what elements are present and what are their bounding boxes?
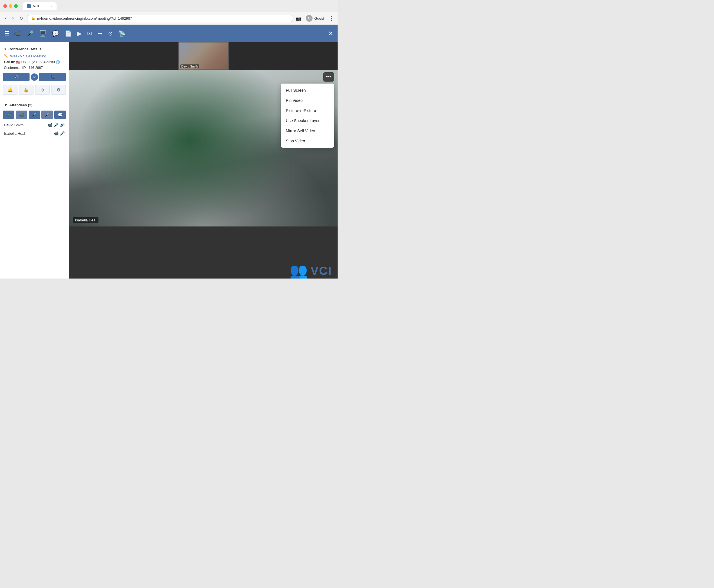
- app-nav: ☰ 📹 🎤 🖥️ 💬 📄 ▶ ✉ ➡ ⊙ 📡 ✕: [0, 25, 338, 42]
- browser-more-button[interactable]: ⋮: [329, 15, 334, 22]
- nav-play-icon[interactable]: ▶: [77, 30, 82, 37]
- audio-join-button[interactable]: 🔊: [3, 73, 29, 81]
- conf-id-value: 146-2987: [28, 66, 43, 70]
- tab-label: VCI: [33, 4, 39, 8]
- isabella-video-icon: 📹: [54, 131, 59, 135]
- meeting-name-text: Weekly Sales Meeting: [10, 54, 46, 58]
- browser-titlebar: VCI × +: [0, 0, 338, 12]
- conf-id-label: Conference ID :: [4, 66, 27, 70]
- attendee-name-isabella: Isabella Heal: [4, 131, 52, 135]
- meeting-name[interactable]: ✏️ Weekly Sales Meeting: [0, 53, 69, 59]
- edit-icon: ✏️: [4, 54, 8, 58]
- david-mic-icon: 🎤: [54, 123, 59, 127]
- bottom-video-area: 👥 VCI: [69, 227, 338, 278]
- guest-label: Guest: [314, 16, 324, 21]
- hamburger-menu[interactable]: ☰: [4, 30, 9, 37]
- nav-record-icon[interactable]: ⊙: [108, 30, 113, 37]
- attendee-name-david: David Smith: [4, 123, 46, 127]
- isabella-mic-icon: 🎤: [60, 131, 65, 135]
- call-in-flag: 🇺🇸: [16, 60, 21, 64]
- back-button[interactable]: ‹: [3, 15, 8, 22]
- nav-actions: 📷 G Guest ⋮: [296, 14, 334, 23]
- media-controls-row: 📹 📹 🎤 🎤 💬: [0, 109, 69, 121]
- vci-logo-area: 👥 VCI: [290, 262, 332, 278]
- globe-icon: 🌐: [56, 60, 60, 64]
- no-button[interactable]: ⊘: [35, 85, 50, 95]
- all-chat-button[interactable]: 💬: [54, 110, 66, 119]
- context-menu-item-pin[interactable]: Pin Video: [281, 96, 334, 105]
- context-menu-item-stop[interactable]: Stop Video: [281, 136, 334, 146]
- nav-enter-icon[interactable]: ➡: [98, 30, 102, 37]
- refresh-button[interactable]: ↻: [18, 15, 25, 22]
- attendees-label: Attendees (2): [9, 103, 33, 107]
- phone-join-button[interactable]: 📞: [39, 73, 66, 81]
- nav-doc-icon[interactable]: 📄: [65, 30, 72, 37]
- close-dot[interactable]: [3, 4, 7, 8]
- settings-button[interactable]: ⚙: [51, 85, 66, 95]
- david-audio-icon: 🔊: [60, 123, 65, 127]
- all-mic-button[interactable]: 🎤: [29, 110, 40, 119]
- browser-dots: [3, 4, 18, 8]
- tab-favicon: [27, 4, 31, 8]
- app-container: ☰ 📹 🎤 🖥️ 💬 📄 ▶ ✉ ➡ ⊙ 📡 ✕ ▼ Conference De…: [0, 25, 338, 278]
- main-video-label: Isabella Heal: [73, 217, 99, 223]
- camera-icon: 📷: [296, 16, 301, 21]
- close-button[interactable]: ✕: [328, 30, 333, 37]
- conference-details-header[interactable]: ▼ Conference Details: [0, 45, 69, 53]
- bell-button[interactable]: 🔔: [3, 85, 17, 95]
- call-in-label: Call In:: [4, 60, 15, 64]
- attendee-row: David Smith 📹 🎤 🔊: [0, 121, 69, 129]
- video-area: David Smith ••• Full Screen Pin Video Pi…: [69, 42, 338, 278]
- avatar: G: [306, 15, 313, 22]
- lock-icon: 🔒: [31, 16, 36, 20]
- browser-tab[interactable]: VCI ×: [23, 2, 57, 10]
- conf-id: Conference ID : 146-2987: [0, 65, 69, 70]
- thumbnail-label: David Smith: [180, 64, 199, 68]
- nav-mail-icon[interactable]: ✉: [87, 30, 92, 37]
- nav-screen-icon[interactable]: 🖥️: [39, 30, 46, 37]
- main-content: ▼ Conference Details ✏️ Weekly Sales Mee…: [0, 42, 338, 278]
- vci-people-icon: 👥: [290, 262, 308, 278]
- nav-broadcast-icon[interactable]: 📡: [119, 30, 125, 37]
- action-buttons: 🔔 🔒 ⊘ ⚙: [0, 83, 69, 97]
- context-menu-item-pip[interactable]: Picture-in-Picture: [281, 105, 334, 115]
- nav-mic-icon[interactable]: 🎤: [27, 30, 34, 37]
- nav-video-icon[interactable]: 📹: [14, 30, 21, 37]
- context-menu-item-mirror[interactable]: Mirror Self Video: [281, 126, 334, 136]
- attendee-row: Isabella Heal 📹 🎤: [0, 129, 69, 138]
- address-bar[interactable]: 🔒 m4demo.videoconferencinginfo.com/meeti…: [27, 15, 294, 22]
- all-video-button[interactable]: 📹: [3, 110, 14, 119]
- browser-nav: ‹ › ↻ 🔒 m4demo.videoconferencinginfo.com…: [0, 12, 338, 25]
- attendees-header[interactable]: ▼ Attendees (2): [0, 101, 69, 109]
- david-video-icon: 📹: [47, 123, 52, 127]
- audio-icon: 🔊: [14, 75, 19, 79]
- phone-icon: 📞: [50, 75, 55, 79]
- new-tab-button[interactable]: +: [61, 3, 64, 9]
- forward-button[interactable]: ›: [10, 15, 15, 22]
- nav-chat-icon[interactable]: 💬: [52, 30, 59, 37]
- call-in: Call In: 🇺🇸 US +1 (206) 928-9280 🌐: [0, 59, 69, 65]
- vci-text: VCI: [311, 264, 332, 278]
- all-mic-off-button[interactable]: 🎤: [41, 110, 53, 119]
- three-dots-button[interactable]: •••: [323, 72, 334, 82]
- guest-button[interactable]: G Guest: [303, 14, 326, 23]
- context-menu-item-speaker[interactable]: Use Speaker Layout: [281, 115, 334, 126]
- address-text: m4demo.videoconferencinginfo.com/meeting…: [37, 16, 290, 21]
- attendee-icons-david: 📹 🎤 🔊: [47, 123, 65, 127]
- collapse-arrow: ▼: [4, 47, 7, 51]
- join-buttons: 🔊 or 📞: [0, 70, 69, 83]
- attendees-arrow: ▼: [4, 103, 7, 107]
- conference-details-label: Conference Details: [8, 47, 42, 51]
- context-menu: Full Screen Pin Video Picture-in-Picture…: [281, 84, 334, 148]
- or-badge: or: [31, 74, 38, 81]
- call-in-number: US +1 (206) 928-9280: [21, 60, 55, 64]
- context-menu-item-fullscreen[interactable]: Full Screen: [281, 85, 334, 96]
- tab-close-button[interactable]: ×: [51, 4, 52, 8]
- sidebar: ▼ Conference Details ✏️ Weekly Sales Mee…: [0, 42, 69, 278]
- maximize-dot[interactable]: [14, 4, 18, 8]
- thumbnail-video: David Smith: [178, 42, 229, 70]
- lock-button[interactable]: 🔒: [19, 85, 34, 95]
- minimize-dot[interactable]: [9, 4, 13, 8]
- all-video-off-button[interactable]: 📹: [16, 110, 27, 119]
- nav-icons: 📹 🎤 🖥️ 💬 📄 ▶ ✉ ➡ ⊙ 📡: [14, 30, 328, 37]
